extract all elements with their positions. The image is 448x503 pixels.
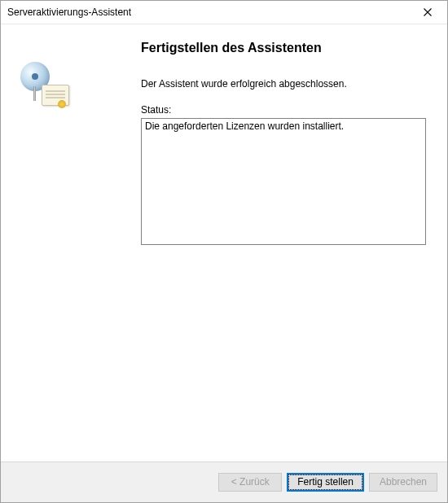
button-bar: < Zurück Fertig stellen Abbrechen (1, 462, 447, 502)
close-icon (424, 8, 432, 16)
finish-button[interactable]: Fertig stellen (287, 473, 364, 492)
back-button: < Zurück (218, 473, 282, 492)
status-text: Die angeforderten Lizenzen wurden instal… (145, 120, 344, 132)
status-textbox[interactable]: Die angeforderten Lizenzen wurden instal… (141, 118, 426, 245)
titlebar-buttons (410, 1, 446, 24)
cancel-button: Abbrechen (369, 473, 437, 492)
wizard-main-pane: Fertigstellen des Assistenten Der Assist… (141, 24, 447, 461)
window-title: Serveraktivierungs-Assistent (7, 7, 131, 18)
page-title: Fertigstellen des Assistenten (141, 41, 426, 55)
wizard-graphic-icon (20, 62, 72, 114)
status-label: Status: (141, 104, 426, 116)
wizard-sidebar (1, 24, 141, 461)
close-button[interactable] (410, 1, 446, 24)
titlebar: Serveraktivierungs-Assistent (1, 1, 447, 24)
content-area: Fertigstellen des Assistenten Der Assist… (1, 24, 447, 461)
completion-message: Der Assistent wurde erfolgreich abgeschl… (141, 78, 426, 90)
